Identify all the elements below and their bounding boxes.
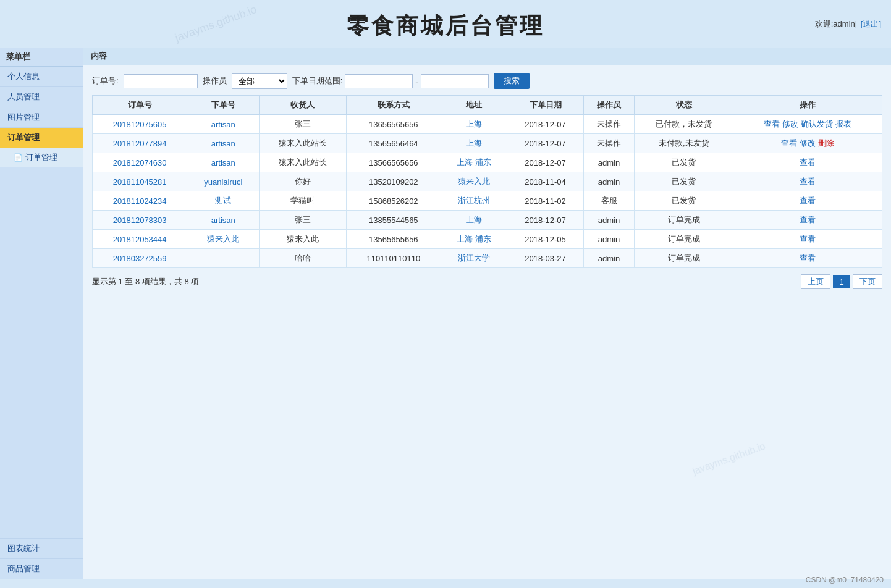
order-no-label: 订单号:	[92, 75, 119, 86]
table-cell: 2018-12-07	[507, 134, 583, 153]
footer-credit: CSDN @m0_71480420	[806, 576, 884, 584]
table-cell: 未付款,未发货	[635, 134, 733, 153]
table-cell[interactable]: 浙江大学	[441, 249, 507, 268]
table-cell: 猿来入此站长	[260, 153, 346, 172]
table-cell: admin	[583, 230, 635, 249]
table-cell[interactable]: 测试	[187, 191, 260, 211]
table-cell: 订单完成	[635, 249, 733, 268]
action-link-查看[interactable]: 查看	[800, 196, 816, 205]
action-link-删除[interactable]: 删除	[818, 138, 834, 148]
table-cell[interactable]: 猿来入此	[187, 230, 260, 249]
table-cell[interactable]: 浙江杭州	[441, 191, 507, 211]
table-cell[interactable]: 201812053444	[93, 230, 187, 249]
table-cell: 2018-11-02	[507, 191, 583, 211]
table-cell: 张三	[260, 211, 346, 230]
date-to-input[interactable]	[421, 74, 489, 88]
action-link-查看[interactable]: 查看	[800, 253, 816, 262]
pagination-summary: 显示第 1 至 8 项结果，共 8 项	[92, 276, 199, 287]
table-cell: 已发货	[635, 153, 733, 172]
table-cell: 2018-12-07	[507, 211, 583, 230]
table-cell: 2018-12-05	[507, 230, 583, 249]
table-row: 201812075605artisan张三13656565656上海2018-1…	[93, 115, 882, 134]
table-cell[interactable]: 上海	[441, 115, 507, 134]
file-icon: 📄	[14, 153, 23, 162]
action-link-查看[interactable]: 查看	[764, 119, 780, 128]
action-cell: 查看修改确认发货报表	[733, 115, 882, 134]
pagination-right: 上页 1 下页	[801, 274, 882, 289]
action-link-查看[interactable]: 查看	[800, 158, 816, 167]
action-link-确认发货[interactable]: 确认发货	[801, 119, 833, 128]
action-link-报表[interactable]: 报表	[835, 119, 851, 128]
operator-select[interactable]: 全部 admin 客服	[232, 74, 287, 89]
table-cell: 2018-03-27	[507, 249, 583, 268]
table-cell[interactable]: 201812074630	[93, 153, 187, 172]
date-from-input[interactable]	[345, 74, 413, 88]
col-address: 地址	[441, 96, 507, 115]
table-cell[interactable]: 201812075605	[93, 115, 187, 134]
table-cell: admin	[583, 211, 635, 230]
logout-link[interactable]: [退出]	[861, 19, 881, 28]
table-cell: 未操作	[583, 115, 635, 134]
table-row: 201803272559哈哈110110110110浙江大学2018-03-27…	[93, 249, 882, 268]
sidebar-sub-item-order-mgmt[interactable]: 📄 订单管理	[0, 148, 83, 167]
sidebar-spacer	[0, 167, 83, 538]
col-order-no: 订单号	[93, 96, 187, 115]
table-cell: 13520109202	[346, 172, 441, 191]
order-no-input[interactable]	[124, 74, 198, 88]
table-cell[interactable]: 201803272559	[93, 249, 187, 268]
table-cell[interactable]: 猿来入此	[441, 172, 507, 191]
table-cell[interactable]: 201812077894	[93, 134, 187, 153]
sidebar-item-user-mgmt[interactable]: 人员管理	[0, 87, 83, 107]
table-cell[interactable]: yuanlairuci	[187, 172, 260, 191]
action-link-查看[interactable]: 查看	[800, 215, 816, 224]
action-link-查看[interactable]: 查看	[781, 138, 797, 148]
table-cell: 已发货	[635, 172, 733, 191]
col-status: 状态	[635, 96, 733, 115]
prev-page-button[interactable]: 上页	[801, 274, 830, 289]
header: javayms.github.io 零食商城后台管理 欢迎:admin| [退出…	[0, 0, 891, 48]
table-cell: 猿来入此	[260, 230, 346, 249]
table-row: 201812053444猿来入此猿来入此13565655656上海 浦东2018…	[93, 230, 882, 249]
action-link-修改[interactable]: 修改	[800, 138, 816, 148]
sidebar-item-personal-info[interactable]: 个人信息	[0, 67, 83, 87]
table-cell: 未操作	[583, 134, 635, 153]
table-row: 201812078303artisan张三13855544565上海2018-1…	[93, 211, 882, 230]
table-cell: 订单完成	[635, 211, 733, 230]
table-cell: 2018-12-07	[507, 153, 583, 172]
table-cell[interactable]: 上海 浦东	[441, 230, 507, 249]
table-cell: admin	[583, 172, 635, 191]
table-cell: 13565656464	[346, 134, 441, 153]
sidebar-item-product-mgmt[interactable]: 商品管理	[0, 558, 83, 579]
action-link-查看[interactable]: 查看	[800, 177, 816, 186]
table-cell[interactable]: 上海	[441, 134, 507, 153]
current-page: 1	[833, 275, 850, 288]
date-range-label: 下单日期范围:	[292, 75, 343, 86]
table-cell: 110110110110	[346, 249, 441, 268]
table-cell[interactable]: artisan	[187, 134, 260, 153]
col-phone: 联系方式	[346, 96, 441, 115]
sidebar-item-order-mgmt[interactable]: 订单管理	[0, 128, 83, 148]
table-cell: 13565655656	[346, 230, 441, 249]
table-cell: 哈哈	[260, 249, 346, 268]
table-cell[interactable]: 201812078303	[93, 211, 187, 230]
table-cell[interactable]	[187, 249, 260, 268]
sidebar-item-chart-stats[interactable]: 图表统计	[0, 538, 83, 558]
content-body: 订单号: 操作员 全部 admin 客服 下单日期范围: - 搜索	[83, 65, 891, 296]
action-link-查看[interactable]: 查看	[800, 234, 816, 243]
table-cell[interactable]: 上海	[441, 211, 507, 230]
table-cell[interactable]: artisan	[187, 115, 260, 134]
table-cell: admin	[583, 249, 635, 268]
table-cell: 13855544565	[346, 211, 441, 230]
table-cell[interactable]: artisan	[187, 211, 260, 230]
table-cell[interactable]: 上海 浦东	[441, 153, 507, 172]
action-link-修改[interactable]: 修改	[782, 119, 798, 128]
table-cell[interactable]: 201811045281	[93, 172, 187, 191]
sidebar-item-image-mgmt[interactable]: 图片管理	[0, 107, 83, 128]
table-row: 201811045281yuanlairuci你好13520109202猿来入此…	[93, 172, 882, 191]
search-button[interactable]: 搜索	[494, 73, 530, 89]
table-cell[interactable]: 201811024234	[93, 191, 187, 211]
table-cell: 猿来入此站长	[260, 134, 346, 153]
next-page-button[interactable]: 下页	[853, 274, 882, 289]
table-cell: 订单完成	[635, 230, 733, 249]
table-cell[interactable]: artisan	[187, 153, 260, 172]
